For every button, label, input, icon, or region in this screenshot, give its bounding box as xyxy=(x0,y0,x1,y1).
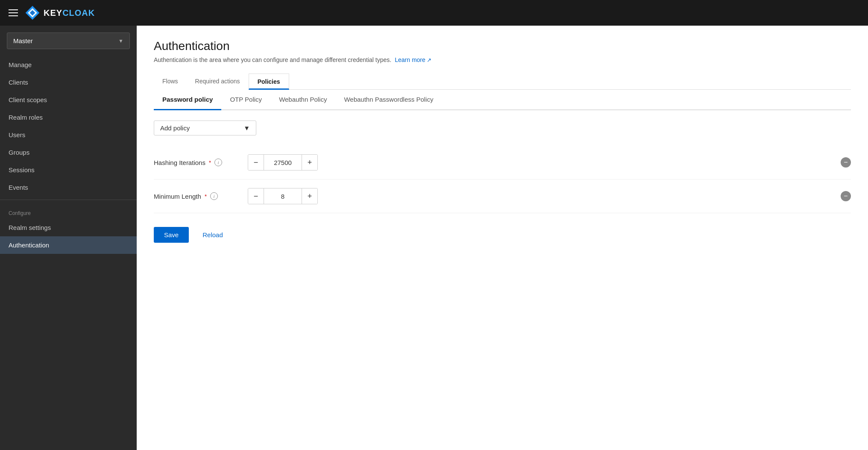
minlength-info-icon[interactable]: i xyxy=(210,192,218,200)
sidebar-item-users[interactable]: Users xyxy=(0,126,137,144)
minimum-length-input-group: − + xyxy=(248,188,318,204)
action-buttons: Save Reload xyxy=(154,227,851,243)
sidebar-item-sessions[interactable]: Sessions xyxy=(0,161,137,179)
hashing-remove-button[interactable]: − xyxy=(841,157,851,168)
menu-button[interactable] xyxy=(9,9,18,16)
sidebar-item-groups[interactable]: Groups xyxy=(0,144,137,161)
tabs-level2: Password policy OTP Policy Webauthn Poli… xyxy=(154,90,851,110)
hashing-iterations-input[interactable] xyxy=(264,155,302,170)
realm-name: Master xyxy=(13,37,33,44)
add-policy-chevron-icon: ▼ xyxy=(243,124,250,132)
sidebar-item-clients[interactable]: Clients xyxy=(0,74,137,91)
realm-selector[interactable]: Master ▼ xyxy=(7,32,130,49)
tab-password-policy[interactable]: Password policy xyxy=(154,90,221,110)
external-link-icon: ↗ xyxy=(427,57,431,63)
logo-text: KEYCLOAK xyxy=(44,8,95,18)
sidebar-item-client-scopes[interactable]: Client scopes xyxy=(0,91,137,109)
minlength-increment-button[interactable]: + xyxy=(302,188,317,204)
tab-webauthn-passwordless[interactable]: Webauthn Passwordless Policy xyxy=(335,90,442,110)
learn-more-link[interactable]: Learn more ↗ xyxy=(395,56,431,63)
hashing-required-star: * xyxy=(209,159,211,166)
save-button[interactable]: Save xyxy=(154,227,189,243)
sidebar-item-realm-settings[interactable]: Realm settings xyxy=(0,219,137,236)
tab-flows[interactable]: Flows xyxy=(154,74,187,90)
hashing-increment-button[interactable]: + xyxy=(302,155,317,170)
minimum-length-label: Minimum Length * i xyxy=(154,192,248,200)
sidebar-item-events[interactable]: Events xyxy=(0,179,137,196)
policy-row-minimum-length: Minimum Length * i − + − xyxy=(154,179,851,213)
content-area: Authentication Authentication is the are… xyxy=(137,26,868,450)
tab-webauthn-policy[interactable]: Webauthn Policy xyxy=(270,90,335,110)
keycloak-logo-icon xyxy=(25,5,40,21)
minlength-decrement-button[interactable]: − xyxy=(248,188,264,204)
policy-row-hashing-iterations: Hashing Iterations * i − + − xyxy=(154,146,851,179)
minlength-remove-button[interactable]: − xyxy=(841,191,851,201)
reload-button[interactable]: Reload xyxy=(196,227,230,243)
sidebar-configure-label: Configure xyxy=(0,203,137,219)
tabs-level1: Flows Required actions Policies xyxy=(154,74,851,90)
sidebar-item-authentication[interactable]: Authentication xyxy=(0,236,137,254)
logo: KEYCLOAK xyxy=(25,5,95,21)
sidebar-item-realm-roles[interactable]: Realm roles xyxy=(0,109,137,126)
hashing-info-icon[interactable]: i xyxy=(214,159,222,166)
add-policy-select[interactable]: Add policy ▼ xyxy=(154,121,256,135)
top-nav: KEYCLOAK xyxy=(0,0,868,26)
hashing-decrement-button[interactable]: − xyxy=(248,155,264,170)
sidebar-item-manage[interactable]: Manage xyxy=(0,56,137,74)
add-policy-section: Add policy ▼ xyxy=(154,121,851,135)
page-description: Authentication is the area where you can… xyxy=(154,56,851,63)
minimum-length-input[interactable] xyxy=(264,188,302,204)
minlength-required-star: * xyxy=(205,193,207,200)
page-title: Authentication xyxy=(154,39,851,53)
tab-required-actions[interactable]: Required actions xyxy=(187,74,249,90)
hashing-iterations-input-group: − + xyxy=(248,154,318,171)
realm-chevron-icon: ▼ xyxy=(118,38,123,44)
tab-otp-policy[interactable]: OTP Policy xyxy=(221,90,270,110)
hashing-iterations-label: Hashing Iterations * i xyxy=(154,159,248,166)
sidebar: Master ▼ Manage Clients Client scopes Re… xyxy=(0,26,137,450)
tab-policies[interactable]: Policies xyxy=(249,74,289,90)
